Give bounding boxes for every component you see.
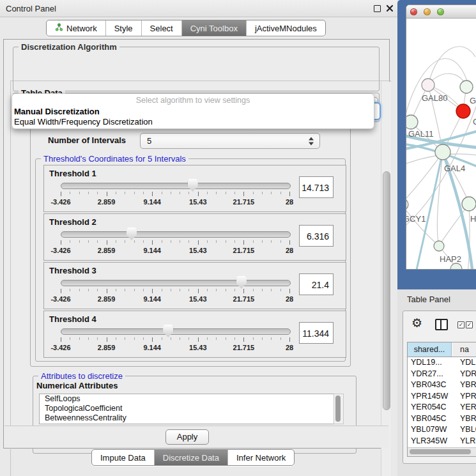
threshold-value-field[interactable]: 21.4 xyxy=(299,273,334,295)
slider-thumb[interactable] xyxy=(163,325,173,337)
slider-tick xyxy=(88,240,89,243)
network-node[interactable] xyxy=(462,197,476,211)
slider-tick xyxy=(88,289,89,291)
float-window-icon[interactable] xyxy=(374,5,381,12)
tab-label: Style xyxy=(114,24,133,33)
slider-tick xyxy=(70,192,70,194)
table-row[interactable]: YBL079WYBL0 xyxy=(408,424,476,436)
slider-tick xyxy=(234,337,235,340)
apply-bar: Apply xyxy=(4,426,388,448)
tab-style[interactable]: Style xyxy=(105,20,141,36)
network-node[interactable] xyxy=(434,241,444,251)
attribute-list-item[interactable]: TopologicalCoefficient xyxy=(40,404,334,413)
slider-track[interactable] xyxy=(61,280,291,286)
tab-select[interactable]: Select xyxy=(141,20,181,36)
slider-track[interactable] xyxy=(61,328,291,335)
table-row[interactable]: YBR045CYBR0 xyxy=(408,413,476,425)
split-columns-icon[interactable] xyxy=(435,319,448,330)
slider-tick-label: 21.715 xyxy=(233,198,255,206)
slider-tick-label: -3.426 xyxy=(50,198,70,206)
threshold-value-field[interactable]: 11.344 xyxy=(299,322,334,344)
tab-jactivemnodules[interactable]: jActiveMNodules xyxy=(246,20,325,36)
table-row[interactable]: YBR043CYBR0 xyxy=(408,380,476,391)
slider-track[interactable] xyxy=(61,231,291,238)
tab-impute-data[interactable]: Impute Data xyxy=(92,450,154,465)
popup-option-2[interactable]: Equal Width/Frequency Discretization xyxy=(14,117,153,127)
attribute-list-item[interactable]: BetweennessCentrality xyxy=(40,413,334,423)
slider-tick-label: 28 xyxy=(286,344,293,351)
slider-tick xyxy=(97,337,98,340)
tab-network[interactable]: Network xyxy=(47,20,105,36)
popup-option-1[interactable]: Manual Discretization xyxy=(14,107,100,116)
slider-thumb[interactable] xyxy=(236,276,247,289)
network-node[interactable] xyxy=(450,263,462,269)
threshold-value-field[interactable]: 14.713 xyxy=(299,176,334,198)
slider-tick xyxy=(107,289,107,293)
slider-tick-label: 21.715 xyxy=(233,247,255,254)
slider-tick xyxy=(289,337,290,342)
network-edge[interactable] xyxy=(428,47,475,85)
network-node[interactable] xyxy=(456,104,470,118)
network-node[interactable] xyxy=(406,115,418,129)
network-window-titlebar[interactable] xyxy=(406,5,476,19)
table-horizontal-scrollbar[interactable] xyxy=(408,447,476,456)
tab-discretize-data[interactable]: Discretize Data xyxy=(154,450,227,465)
slider-tick xyxy=(61,289,61,293)
slider-tick-label: 28 xyxy=(286,295,293,303)
tab-infer-network[interactable]: Infer Network xyxy=(227,450,294,465)
slider-tick xyxy=(198,192,199,196)
number-of-intervals-combobox[interactable]: 5 xyxy=(140,133,320,149)
network-canvas[interactable]: GAL80GACGAL11GAL4GCY1HHAP2 xyxy=(406,19,476,269)
network-window: GAL80GACGAL11GAL4GCY1HHAP2 xyxy=(406,4,476,270)
scrollbar-thumb[interactable] xyxy=(335,395,341,422)
scrollbar-thumb[interactable] xyxy=(383,171,390,410)
slider-tick xyxy=(243,240,244,245)
table-row[interactable]: YLR345WYLR3 xyxy=(408,436,476,447)
threshold-value-field[interactable]: 6.316 xyxy=(299,225,334,247)
settings-scrollbar[interactable] xyxy=(381,82,391,476)
checkbox-icon[interactable]: ✓ xyxy=(457,321,464,328)
minimize-traffic-light[interactable] xyxy=(424,8,431,15)
slider-tick xyxy=(171,289,171,291)
network-node[interactable] xyxy=(406,199,408,210)
slider-tick xyxy=(61,240,61,245)
numerical-attributes-list[interactable]: SelfLoopsTopologicalCoefficientBetweenne… xyxy=(39,394,334,424)
slider-thumb[interactable] xyxy=(188,179,198,192)
slider-tick-label: 9.144 xyxy=(143,247,161,254)
slider-track[interactable] xyxy=(61,183,291,189)
network-node-label: GAL11 xyxy=(408,129,434,139)
close-icon[interactable] xyxy=(386,4,394,12)
discretization-algorithm-group-title: Discretization Algorithm xyxy=(19,42,119,52)
table-row[interactable]: YDL19...YDL1 xyxy=(408,357,476,369)
tab-cyni-toolbox[interactable]: Cyni Toolbox xyxy=(181,20,246,36)
checkbox-icon[interactable]: ✓ xyxy=(466,321,473,328)
slider-tick-label: 15.43 xyxy=(189,198,207,206)
zoom-traffic-light[interactable] xyxy=(437,8,444,15)
column-header-name[interactable]: na xyxy=(452,342,476,357)
column-header-shared-name[interactable]: shared... xyxy=(408,342,452,357)
cell-name: YBL0 xyxy=(460,424,476,436)
apply-button[interactable]: Apply xyxy=(165,429,209,445)
network-node[interactable] xyxy=(435,144,450,160)
slider-tick xyxy=(70,240,70,243)
network-node[interactable] xyxy=(460,81,473,93)
slider-tick xyxy=(134,337,135,340)
table-row[interactable]: YER054CYER0 xyxy=(408,402,476,413)
network-node[interactable] xyxy=(422,79,434,91)
slider-tick xyxy=(253,289,254,291)
slider-tick-label: 9.144 xyxy=(143,295,161,303)
slider-tick xyxy=(198,289,199,293)
tab-label: Cyni Toolbox xyxy=(190,24,238,33)
slider-tick xyxy=(107,337,107,342)
scrollbar-thumb[interactable] xyxy=(410,449,471,454)
slider-tick-label: 15.43 xyxy=(189,295,207,303)
table-row[interactable]: YPR145WYPR1 xyxy=(408,391,476,403)
attribute-list-item[interactable]: SelfLoops xyxy=(40,394,334,404)
slider-thumb[interactable] xyxy=(127,227,137,240)
close-traffic-light[interactable] xyxy=(410,8,417,15)
table-row[interactable]: YDR27...YDR2 xyxy=(408,369,476,380)
gear-icon[interactable]: ⚙ xyxy=(411,317,422,329)
slider-tick xyxy=(180,289,180,291)
slider-tick xyxy=(152,240,153,245)
attributes-list-scrollbar[interactable] xyxy=(334,394,344,424)
